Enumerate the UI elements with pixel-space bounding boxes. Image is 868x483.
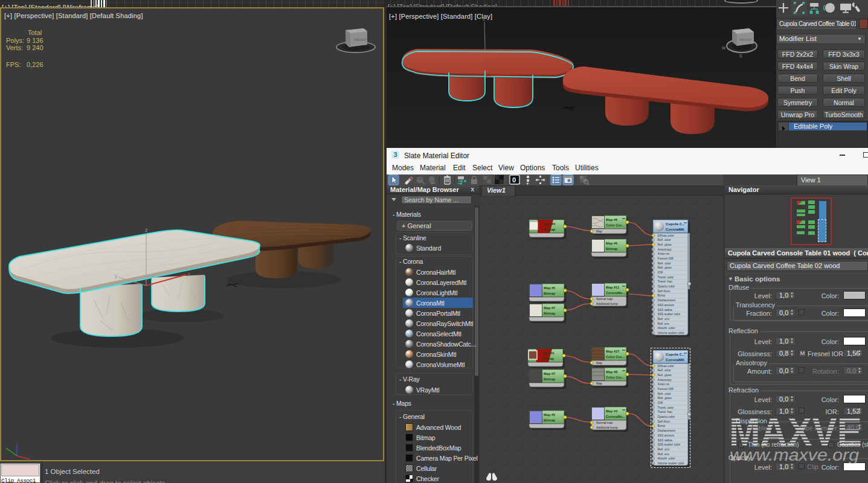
svg-text:Bitmap: Bitmap bbox=[544, 377, 556, 381]
svg-text:Map #11: Map #11 bbox=[606, 286, 619, 289]
svg-text:Displacement: Displacement bbox=[658, 429, 676, 432]
svg-text:Diffuse color: Diffuse color bbox=[658, 234, 674, 237]
svg-text:Displacement: Displacement bbox=[658, 299, 676, 302]
svg-text:z: z bbox=[483, 16, 486, 22]
svg-text:Refr. env.: Refr. env. bbox=[658, 448, 670, 451]
svg-text:Refl. gloss: Refl. gloss bbox=[658, 374, 672, 377]
svg-text:z: z bbox=[145, 227, 148, 233]
svg-text:Refl. color: Refl. color bbox=[658, 369, 671, 372]
svg-text:Map: Map bbox=[596, 361, 602, 365]
svg-text:Map #7: Map #7 bbox=[544, 306, 555, 310]
svg-text:Diffuse color: Diffuse color bbox=[658, 365, 674, 368]
svg-text:Additional bump: Additional bump bbox=[596, 426, 618, 429]
svg-text:Opacity color: Opacity color bbox=[658, 285, 675, 288]
svg-text:SSS amount: SSS amount bbox=[658, 434, 675, 437]
svg-text:Color Cor...: Color Cor... bbox=[606, 355, 625, 359]
svg-text:SSS radius: SSS radius bbox=[658, 309, 673, 312]
svg-text:SSS scatter color: SSS scatter color bbox=[658, 313, 681, 316]
svg-text:Fresnel IOR: Fresnel IOR bbox=[658, 388, 674, 391]
svg-text:Refl. env.: Refl. env. bbox=[658, 322, 670, 325]
svg-text:Color Cor...: Color Cor... bbox=[606, 376, 625, 379]
svg-text:Map #27: Map #27 bbox=[606, 350, 619, 353]
svg-text:CoronaNo...: CoronaNo... bbox=[606, 415, 626, 418]
svg-text:Transl. frac.: Transl. frac. bbox=[658, 280, 674, 283]
svg-text:Map #5: Map #5 bbox=[544, 413, 555, 417]
svg-text:Normal map: Normal map bbox=[596, 297, 612, 301]
svg-text:CoronaMtl: CoronaMtl bbox=[666, 357, 684, 362]
svg-text:CoronaNo...: CoronaNo... bbox=[606, 291, 626, 295]
svg-text:Transl. frac.: Transl. frac. bbox=[658, 411, 674, 414]
svg-text:Color Cor...: Color Cor... bbox=[606, 223, 625, 227]
svg-text:Cupola C...: Cupola C... bbox=[666, 222, 686, 226]
svg-text:Self-Illum.: Self-Illum. bbox=[658, 420, 671, 423]
svg-text:Bitmap: Bitmap bbox=[606, 247, 618, 251]
svg-text:W: W bbox=[722, 46, 726, 50]
svg-text:Additional bump: Additional bump bbox=[596, 302, 618, 305]
svg-text:SSS radius: SSS radius bbox=[658, 439, 673, 442]
svg-text:Volume scatter color: Volume scatter color bbox=[658, 462, 685, 465]
svg-text:www.maxve.org: www.maxve.org bbox=[730, 446, 859, 464]
svg-text:Map #8: Map #8 bbox=[606, 370, 617, 374]
svg-text:x: x bbox=[187, 271, 190, 277]
svg-text:Bitmap: Bitmap bbox=[544, 312, 556, 315]
svg-text:Map #5: Map #5 bbox=[544, 286, 555, 290]
svg-text:IOR: IOR bbox=[658, 401, 663, 405]
svg-text:Cupola C...: Cupola C... bbox=[666, 352, 686, 356]
svg-text:Bitmap: Bitmap bbox=[542, 357, 555, 360]
svg-text:SSS amount: SSS amount bbox=[658, 304, 675, 307]
svg-text:Map #6: Map #6 bbox=[606, 242, 617, 245]
svg-text:Refr. color: Refr. color bbox=[658, 262, 672, 265]
svg-text:Normal map: Normal map bbox=[596, 421, 612, 424]
svg-text:Map #7: Map #7 bbox=[544, 372, 555, 376]
svg-text:Map #4: Map #4 bbox=[544, 222, 556, 226]
svg-text:Transl. color: Transl. color bbox=[658, 276, 674, 279]
svg-text:SSS scatter color: SSS scatter color bbox=[658, 443, 681, 446]
svg-text:S: S bbox=[739, 54, 742, 58]
svg-text:Fresnel IOR: Fresnel IOR bbox=[658, 257, 674, 260]
svg-text:Bump: Bump bbox=[658, 294, 666, 297]
svg-text:Transl. color: Transl. color bbox=[658, 406, 674, 409]
svg-text:Opacity color: Opacity color bbox=[658, 415, 675, 418]
svg-text:CoronaMtl: CoronaMtl bbox=[666, 227, 684, 231]
svg-text:Map #4: Map #4 bbox=[606, 409, 618, 413]
svg-text:Anisotropy: Anisotropy bbox=[658, 379, 672, 382]
svg-text:Map: Map bbox=[596, 229, 602, 233]
svg-text:0: 0 bbox=[512, 176, 516, 184]
svg-text:Refl. gloss: Refl. gloss bbox=[658, 243, 672, 246]
svg-text:Aniso rot.: Aniso rot. bbox=[658, 252, 670, 255]
svg-text:y: y bbox=[115, 273, 118, 279]
svg-text:Bitmap: Bitmap bbox=[544, 292, 556, 295]
svg-text:Anisotropy: Anisotropy bbox=[658, 248, 672, 251]
svg-text:Bitmap: Bitmap bbox=[544, 418, 556, 422]
svg-text:Refr. env.: Refr. env. bbox=[658, 318, 670, 321]
svg-text:Refl. env.: Refl. env. bbox=[658, 453, 670, 456]
svg-text:Absorb. color: Absorb. color bbox=[658, 457, 675, 460]
svg-text:Bitmap: Bitmap bbox=[544, 228, 556, 231]
svg-text:Map: Map bbox=[596, 382, 602, 385]
svg-text:Map #6: Map #6 bbox=[606, 218, 617, 222]
svg-text:M: M bbox=[432, 181, 436, 185]
svg-text:IOR: IOR bbox=[658, 271, 663, 274]
svg-text:Self-Illum.: Self-Illum. bbox=[658, 290, 671, 293]
svg-text:FRONT: FRONT bbox=[739, 38, 752, 42]
svg-text:Volume scatter color: Volume scatter color bbox=[658, 331, 685, 334]
svg-text:Absorb. color: Absorb. color bbox=[658, 327, 675, 330]
svg-text:Aniso rot.: Aniso rot. bbox=[658, 383, 670, 386]
svg-text:Map #4: Map #4 bbox=[542, 351, 555, 355]
svg-text:FRONT: FRONT bbox=[354, 38, 367, 42]
svg-text:Refr. gloss: Refr. gloss bbox=[658, 397, 672, 400]
svg-text:Refr. color: Refr. color bbox=[658, 392, 672, 395]
svg-text:Refr. gloss: Refr. gloss bbox=[658, 266, 672, 269]
svg-text:Bump: Bump bbox=[658, 424, 666, 427]
svg-text:Refl. color: Refl. color bbox=[658, 238, 671, 242]
